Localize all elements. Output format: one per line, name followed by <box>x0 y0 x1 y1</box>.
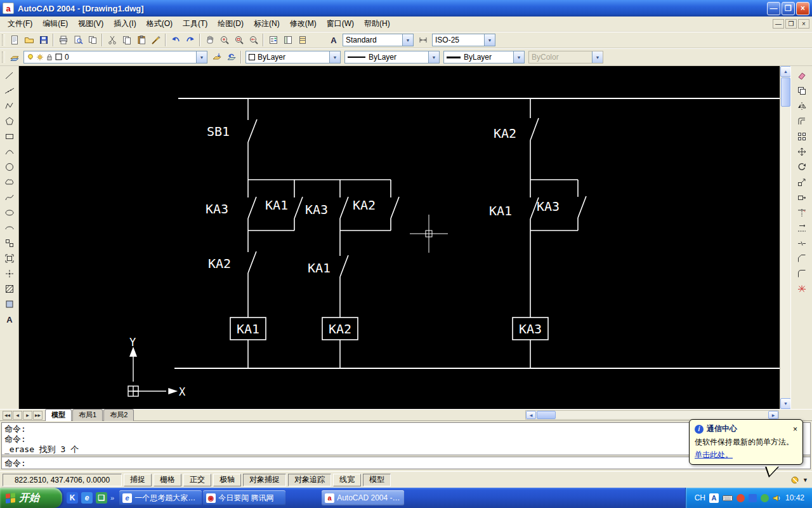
grid-toggle[interactable]: 栅格 <box>154 474 181 486</box>
plot-button[interactable] <box>56 33 70 47</box>
layer-combo[interactable]: 0 ▼ <box>23 51 207 64</box>
osnap-toggle[interactable]: 对象捕捉 <box>243 474 286 486</box>
mirror-button[interactable] <box>794 98 810 114</box>
tray-blue-icon[interactable] <box>749 494 757 502</box>
quicklaunch-ie-icon[interactable]: e <box>81 492 93 504</box>
circle-button[interactable] <box>1 159 18 175</box>
menu-format[interactable]: 格式(O) <box>141 17 178 31</box>
snap-toggle[interactable]: 捕捉 <box>124 474 152 486</box>
ellipse-arc-button[interactable] <box>1 220 18 236</box>
trim-button[interactable] <box>794 205 810 220</box>
horizontal-scrollbar[interactable]: ◀ ▶ <box>525 410 779 420</box>
rectangle-button[interactable] <box>1 129 18 144</box>
menu-view[interactable]: 视图(V) <box>73 17 108 31</box>
quicklaunch-overflow-icon[interactable]: » <box>110 494 114 502</box>
save-button[interactable] <box>36 33 51 47</box>
polygon-button[interactable] <box>1 114 18 129</box>
zoom-window-button[interactable] <box>232 33 246 47</box>
language-indicator[interactable]: CH <box>695 493 705 502</box>
make-block-button[interactable] <box>1 251 18 266</box>
spline-button[interactable] <box>1 190 18 205</box>
menu-modify[interactable]: 修改(M) <box>285 17 322 31</box>
publish-button[interactable] <box>85 33 100 47</box>
tab-layout2[interactable]: 布局2 <box>103 409 134 421</box>
mdi-close-button[interactable]: × <box>798 19 809 29</box>
copy-button[interactable] <box>119 33 134 47</box>
status-menu-arrow-icon[interactable]: ▼ <box>802 477 808 483</box>
pan-button[interactable] <box>202 33 217 47</box>
copy-object-button[interactable] <box>794 83 810 98</box>
task-button-1[interactable]: e 一个思考题大家帮... <box>119 490 202 505</box>
menu-insert[interactable]: 插入(I) <box>108 17 141 31</box>
last-tab-icon[interactable]: ▶▶ <box>33 411 43 420</box>
point-button[interactable] <box>1 266 18 281</box>
menu-dimension[interactable]: 标注(N) <box>249 17 285 31</box>
move-button[interactable] <box>794 144 810 159</box>
redo-button[interactable] <box>183 33 197 47</box>
region-button[interactable] <box>1 297 18 312</box>
mdi-minimize-button[interactable]: — <box>773 19 784 29</box>
volume-icon[interactable] <box>773 494 782 502</box>
toolbar-grip[interactable] <box>2 34 5 46</box>
scroll-right-icon[interactable]: ▶ <box>768 411 778 419</box>
insert-block-button[interactable] <box>1 236 18 251</box>
multiline-text-button[interactable]: A <box>1 312 18 327</box>
dim-style-combo[interactable]: ISO-25 ▼ <box>432 34 495 46</box>
array-button[interactable] <box>794 129 810 144</box>
chevron-down-icon[interactable]: ▼ <box>428 51 439 63</box>
lineweight-toggle[interactable]: 线宽 <box>333 474 361 486</box>
layer-previous-button[interactable] <box>224 50 239 64</box>
tray-green-icon[interactable] <box>761 494 769 502</box>
properties-button[interactable] <box>266 33 280 47</box>
explode-button[interactable] <box>794 281 810 297</box>
arc-button[interactable] <box>1 144 18 159</box>
paste-button[interactable] <box>134 33 148 47</box>
mdi-restore-button[interactable]: ❐ <box>785 19 797 29</box>
linetype-combo[interactable]: ByLayer ▼ <box>344 51 440 64</box>
first-tab-icon[interactable]: ◀◀ <box>3 411 12 420</box>
close-button[interactable]: × <box>796 2 809 15</box>
tray-red-icon[interactable] <box>737 494 745 502</box>
keyboard-icon[interactable] <box>723 494 733 502</box>
scroll-left-icon[interactable]: ◀ <box>526 411 536 419</box>
chamfer-button[interactable] <box>794 251 810 266</box>
minimize-button[interactable]: — <box>767 2 780 15</box>
drawing-canvas[interactable]: SB1 KA3 KA1 KA3 KA2 KA2 KA1 KA2 KA1 KA3 … <box>19 66 790 409</box>
balloon-close-icon[interactable]: × <box>793 425 797 433</box>
chevron-down-icon[interactable]: ▼ <box>402 34 413 46</box>
horizontal-scroll-thumb[interactable] <box>537 411 556 419</box>
break-button[interactable] <box>794 236 810 251</box>
chevron-down-icon[interactable]: ▼ <box>196 51 207 63</box>
menu-edit[interactable]: 编辑(E) <box>37 17 73 31</box>
hatch-button[interactable] <box>1 281 18 297</box>
menu-tools[interactable]: 工具(T) <box>178 17 213 31</box>
offset-button[interactable] <box>794 114 810 129</box>
fillet-button[interactable] <box>794 266 810 281</box>
revision-cloud-button[interactable] <box>1 175 18 190</box>
dim-style-button[interactable] <box>416 33 430 47</box>
next-tab-icon[interactable]: ▶ <box>23 411 32 420</box>
scroll-up-icon[interactable]: ▲ <box>780 66 790 77</box>
polyline-button[interactable] <box>1 98 18 114</box>
ime-a-icon[interactable]: A <box>709 493 719 503</box>
make-layer-current-button[interactable] <box>209 50 224 64</box>
text-style-button[interactable]: A <box>326 33 341 47</box>
ellipse-button[interactable] <box>1 205 18 220</box>
stretch-button[interactable] <box>794 190 810 205</box>
communication-center-icon[interactable] <box>790 475 800 485</box>
polar-toggle[interactable]: 极轴 <box>213 474 241 486</box>
zoom-previous-button[interactable] <box>246 33 261 47</box>
chevron-down-icon[interactable]: ▼ <box>484 34 495 46</box>
otrack-toggle[interactable]: 对象追踪 <box>288 474 331 486</box>
color-combo[interactable]: ByLayer ▼ <box>246 51 341 64</box>
open-button[interactable] <box>22 33 36 47</box>
restore-button[interactable]: ❐ <box>782 2 795 15</box>
start-button[interactable]: 开始 <box>0 488 62 508</box>
balloon-link[interactable]: 单击此处。 <box>695 450 733 459</box>
menu-help[interactable]: 帮助(H) <box>359 17 395 31</box>
toolbar-grip[interactable] <box>2 51 5 63</box>
tab-layout1[interactable]: 布局1 <box>72 409 103 421</box>
task-button-3[interactable]: a AutoCAD 2004 - [... <box>322 490 404 505</box>
previous-tab-icon[interactable]: ◀ <box>13 411 22 420</box>
plot-preview-button[interactable] <box>70 33 85 47</box>
